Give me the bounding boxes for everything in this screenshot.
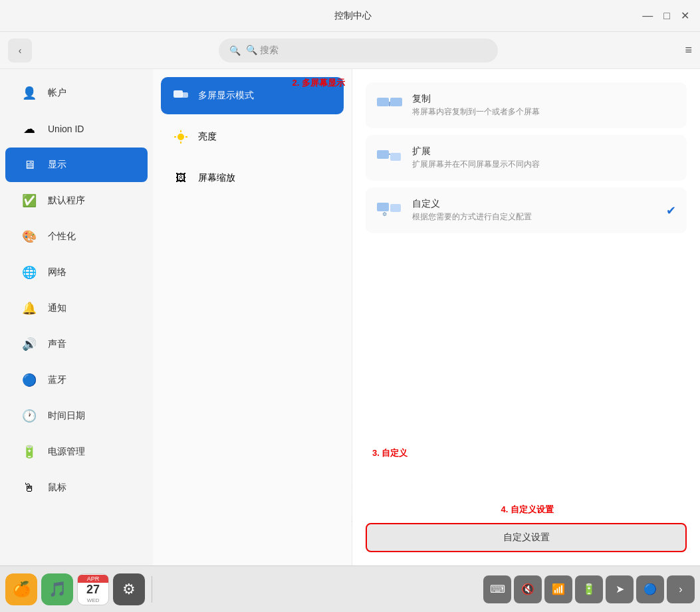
- main-content: 👤帐户☁Union ID🖥显示✅默认程序🎨个性化🌐网络🔔通知🔊声音🔵蓝牙🕐时间日…: [0, 69, 700, 565]
- sidebar-label-power: 电源管理: [48, 446, 85, 458]
- sys-icon-keyboard[interactable]: ⌨: [483, 575, 511, 603]
- sidebar-item-network[interactable]: 🌐网络: [5, 255, 148, 290]
- sidebar-item-display[interactable]: 🖥显示: [5, 148, 148, 182]
- sidebar-item-notice[interactable]: 🔔通知: [5, 291, 148, 326]
- sidebar-item-mouse[interactable]: 🖱鼠标: [5, 470, 148, 505]
- sidebar-label-bluetooth: 蓝牙: [48, 374, 66, 386]
- multi-display-icon: [172, 86, 190, 105]
- svg-rect-7: [377, 98, 389, 106]
- option-card-custom[interactable]: ⚙自定义根据您需要的方式进行自定义配置✔: [366, 187, 687, 233]
- svg-rect-11: [390, 153, 401, 161]
- sidebar-label-default-app: 默认程序: [48, 195, 85, 207]
- custom-settings-button[interactable]: 自定义设置: [366, 523, 687, 552]
- sidebar-label-union-id: Union ID: [48, 124, 84, 134]
- sidebar-item-account[interactable]: 👤帐户: [5, 76, 148, 110]
- svg-rect-0: [174, 90, 183, 98]
- sys-icon-bluetooth-sys[interactable]: 🔵: [636, 575, 664, 603]
- svg-rect-13: [377, 203, 389, 211]
- middle-label-screen-scale: 屏幕缩放: [198, 172, 235, 184]
- sidebar: 👤帐户☁Union ID🖥显示✅默认程序🎨个性化🌐网络🔔通知🔊声音🔵蓝牙🕐时间日…: [0, 69, 153, 565]
- sidebar-label-display: 显示: [48, 159, 66, 171]
- display-icon: 🖥: [19, 154, 40, 175]
- screen-scale-icon: 🖼: [172, 169, 190, 187]
- default-app-icon: ✅: [19, 190, 40, 211]
- sys-icon-more[interactable]: ›: [667, 575, 695, 603]
- sidebar-label-account: 帐户: [48, 87, 66, 99]
- search-placeholder: 🔍 搜索: [246, 45, 279, 56]
- sys-icon-arrow-right[interactable]: ➤: [606, 575, 634, 603]
- custom-desc: 根据您需要的方式进行自定义配置: [412, 211, 532, 223]
- extend-title: 扩展: [412, 146, 540, 157]
- menu-button[interactable]: ≡: [685, 43, 692, 57]
- titlebar: 控制中心 — □ ✕: [0, 0, 700, 32]
- sidebar-label-personalize: 个性化: [48, 231, 76, 243]
- sidebar-item-personalize[interactable]: 🎨个性化: [5, 219, 148, 254]
- notice-icon: 🔔: [19, 298, 40, 319]
- sidebar-item-bluetooth[interactable]: 🔵蓝牙: [5, 363, 148, 397]
- union-id-icon: ☁: [19, 118, 40, 140]
- sound-icon: 🔊: [19, 334, 40, 355]
- svg-rect-14: [390, 204, 401, 212]
- sidebar-item-power[interactable]: 🔋电源管理: [5, 435, 148, 469]
- brightness-icon: [172, 128, 190, 146]
- middle-label-multi-display: 多屏显示模式: [198, 90, 254, 102]
- svg-point-2: [177, 134, 184, 140]
- svg-rect-8: [390, 98, 402, 106]
- annotation-3: 3. 自定义: [372, 447, 408, 459]
- personalize-icon: 🎨: [19, 226, 40, 247]
- sidebar-item-union-id[interactable]: ☁Union ID: [5, 112, 148, 146]
- copy-text: 复制将屏幕内容复制到一个或者多个屏幕: [412, 93, 540, 118]
- sys-icon-volume-off[interactable]: 🔇: [514, 575, 542, 603]
- taskbar-app-calendar[interactable]: APR27WED: [77, 573, 109, 605]
- annotation-4: 4. 自定义设置: [501, 504, 554, 516]
- network-icon: 🌐: [19, 262, 40, 283]
- sys-icon-wifi[interactable]: 📶: [544, 575, 572, 603]
- right-panel: 复制将屏幕内容复制到一个或者多个屏幕扩展扩展屏幕并在不同屏幕显示不同内容⚙自定义…: [352, 69, 700, 565]
- taskbar-app-music[interactable]: 🎵: [41, 573, 73, 605]
- mouse-icon: 🖱: [19, 477, 40, 498]
- copy-title: 复制: [412, 93, 540, 105]
- extend-desc: 扩展屏幕并在不同屏幕显示不同内容: [412, 159, 540, 170]
- annotation-2: 2. 多屏幕显示: [292, 77, 345, 89]
- taskbar: 🍊🎵APR27WED⚙⌨🔇📶🔋➤🔵›: [0, 565, 700, 612]
- sys-icon-battery[interactable]: 🔋: [575, 575, 603, 603]
- back-button[interactable]: ‹: [8, 39, 32, 62]
- custom-title: 自定义: [412, 198, 532, 210]
- minimize-button[interactable]: —: [642, 10, 653, 22]
- power-icon: 🔋: [19, 441, 40, 462]
- sidebar-item-default-app[interactable]: ✅默认程序: [5, 183, 148, 218]
- middle-panel: 2. 多屏幕显示 多屏显示模式 亮度🖼屏幕缩放1. 控制中心: [153, 69, 352, 565]
- option-card-extend[interactable]: 扩展扩展屏幕并在不同屏幕显示不同内容: [366, 135, 687, 181]
- middle-item-brightness[interactable]: 亮度: [161, 118, 344, 155]
- search-area: ‹ 🔍 🔍 搜索 ≡: [0, 32, 700, 69]
- custom-option-icon: ⚙: [376, 200, 403, 221]
- extend-option-icon: [376, 148, 403, 169]
- svg-rect-10: [377, 150, 389, 159]
- music-icon: 🎵: [49, 581, 66, 598]
- search-icon: 🔍: [229, 45, 241, 56]
- window-title: 控制中心: [64, 10, 642, 22]
- svg-rect-1: [181, 92, 188, 98]
- account-icon: 👤: [19, 82, 40, 104]
- settings-icon: ⚙: [122, 581, 136, 598]
- copy-option-icon: [376, 95, 403, 116]
- custom-check-icon: ✔: [666, 203, 676, 218]
- taskbar-app-finder[interactable]: 🍊: [5, 573, 37, 605]
- sidebar-label-sound: 声音: [48, 338, 66, 350]
- svg-text:⚙: ⚙: [382, 211, 387, 217]
- extend-text: 扩展扩展屏幕并在不同屏幕显示不同内容: [412, 146, 540, 170]
- maximize-button[interactable]: □: [663, 10, 670, 22]
- middle-item-screen-scale[interactable]: 🖼屏幕缩放: [161, 159, 344, 197]
- close-button[interactable]: ✕: [681, 9, 689, 22]
- taskbar-sys-area: ⌨🔇📶🔋➤🔵›: [483, 575, 695, 603]
- sidebar-item-sound[interactable]: 🔊声音: [5, 327, 148, 361]
- sidebar-label-notice: 通知: [48, 302, 66, 314]
- custom-text: 自定义根据您需要的方式进行自定义配置: [412, 198, 532, 223]
- search-box[interactable]: 🔍 🔍 搜索: [219, 39, 498, 62]
- taskbar-app-settings[interactable]: ⚙: [113, 573, 145, 605]
- middle-label-brightness: 亮度: [198, 131, 217, 143]
- window-controls: — □ ✕: [642, 9, 689, 22]
- sidebar-label-network: 网络: [48, 266, 66, 278]
- option-card-copy[interactable]: 复制将屏幕内容复制到一个或者多个屏幕: [366, 82, 687, 128]
- sidebar-item-time[interactable]: 🕐时间日期: [5, 399, 148, 433]
